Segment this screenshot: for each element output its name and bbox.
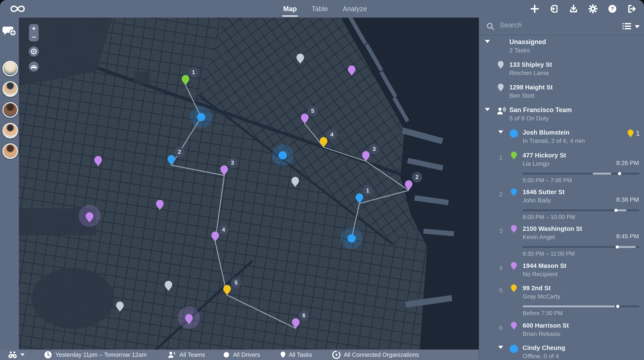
eta-progress-segment: [617, 246, 636, 248]
logout-icon[interactable]: [627, 4, 637, 14]
settings-gear-icon[interactable]: [588, 4, 598, 14]
collapse-caret-icon[interactable]: [485, 108, 490, 111]
tab-analyze[interactable]: Analyze: [343, 0, 367, 18]
task-number: 2: [496, 191, 506, 198]
driver-avatar[interactable]: [2, 143, 18, 159]
task-address: 477 Hickory St: [523, 151, 639, 159]
pending-task-badge: 1: [628, 129, 640, 137]
tab-map[interactable]: Map: [283, 0, 297, 18]
driver-status: Offline, 0 of 4: [523, 352, 639, 360]
tasks-filter[interactable]: All Tasks: [280, 349, 312, 360]
stop-number-badge: 5: [308, 106, 318, 116]
organizations-filter[interactable]: All Connected Organizations: [332, 349, 419, 360]
tab-table[interactable]: Table: [312, 0, 328, 18]
map-pin-gray[interactable]: [296, 54, 304, 64]
task-pin-green: [511, 152, 517, 160]
import-tasks-icon[interactable]: [549, 4, 559, 14]
map-canvas[interactable]: 12345654321 + −: [19, 18, 479, 360]
driver-avatar[interactable]: [2, 102, 18, 118]
zoom-in-button[interactable]: +: [32, 25, 36, 32]
app-window: Map Table Analyze ?: [0, 0, 644, 360]
task-number: 1: [496, 154, 506, 161]
eta-slider[interactable]: [523, 305, 639, 307]
map-pin-purple[interactable]: [362, 151, 370, 161]
stop-number-badge: 1: [362, 185, 373, 196]
driver-location-dot[interactable]: [278, 151, 287, 159]
driver-location-dot[interactable]: [197, 113, 205, 121]
map-pin-purple[interactable]: [211, 231, 219, 242]
stop-number-badge: 1: [188, 67, 199, 78]
task-pin-purple: [511, 225, 517, 233]
map-pin-blue[interactable]: [168, 155, 175, 165]
stop-number-badge: 3: [227, 158, 238, 168]
collapse-caret-icon[interactable]: [498, 130, 503, 134]
teams-filter-label: All Teams: [180, 351, 205, 358]
map-pin-yellow[interactable]: [320, 137, 328, 147]
driver-name: Cindy Cheung: [523, 344, 639, 352]
map-pin-gray[interactable]: [291, 177, 299, 187]
stop-number-badge: 4: [327, 130, 337, 140]
task-pin-gray: [498, 61, 504, 69]
map-pin-purple[interactable]: [348, 65, 356, 76]
teams-filter[interactable]: All Teams: [167, 349, 205, 360]
map-pin-purple[interactable]: [292, 318, 300, 328]
task-number: 6: [496, 324, 506, 331]
task-eta: 8:38 PM: [616, 196, 639, 203]
eta-slider[interactable]: [523, 246, 639, 248]
time-range-filter[interactable]: Yesterday 11pm – Tomorrow 12am: [44, 349, 147, 360]
locate-target-icon[interactable]: [29, 47, 39, 57]
eta-slider[interactable]: [523, 173, 639, 175]
map-pin-blue[interactable]: [356, 193, 363, 204]
eta-slider-thumb[interactable]: [614, 209, 618, 212]
task-list: Unassigned 2 Tasks 133 Shipley St Rinche…: [479, 18, 644, 360]
create-task-plus-icon[interactable]: [530, 4, 540, 14]
export-download-icon[interactable]: [568, 4, 578, 14]
map-pin-purple[interactable]: [94, 156, 102, 166]
drivers-filter[interactable]: All Drivers: [223, 349, 260, 360]
zoom-control: + −: [29, 24, 39, 41]
eta-slider-thumb[interactable]: [618, 172, 621, 175]
eta-slider-thumb[interactable]: [616, 245, 619, 249]
task-recipient: No Recipient: [523, 270, 639, 278]
map-pin-gray[interactable]: [164, 281, 172, 291]
task-pin-gray: [498, 84, 504, 92]
map-pin-purple[interactable]: [220, 165, 228, 176]
tasks-filter-label: All Tasks: [289, 351, 312, 358]
map-pin-green[interactable]: [182, 75, 190, 85]
new-message-icon[interactable]: [2, 25, 17, 38]
driver-avatar[interactable]: [2, 81, 18, 97]
eta-slider-thumb[interactable]: [616, 305, 619, 308]
task-recipient: Brian Rekasis: [523, 329, 639, 338]
task-pin-blue: [511, 188, 517, 196]
vehicles-car-icon[interactable]: [29, 62, 39, 72]
onfleet-infinity-logo[interactable]: [9, 3, 26, 15]
collapse-caret-icon[interactable]: [485, 40, 490, 43]
driver-dot-icon: [223, 351, 230, 358]
task-address: 1944 Mason St: [523, 262, 639, 270]
eta-slider[interactable]: [523, 209, 639, 211]
eta-progress-segment: [592, 173, 611, 175]
map-pin-gray[interactable]: [116, 301, 124, 312]
help-icon[interactable]: ?: [607, 4, 618, 14]
clock-icon: [44, 351, 52, 359]
team-icon: [496, 107, 506, 115]
map-pin-purple[interactable]: [185, 314, 193, 324]
task-number: 5: [496, 287, 506, 294]
driver-location-dot[interactable]: [348, 234, 356, 242]
top-bar-actions: ?: [530, 0, 637, 18]
map-pin-purple[interactable]: [86, 212, 94, 223]
driver-avatar[interactable]: [2, 123, 18, 138]
map-pin-yellow[interactable]: [223, 285, 231, 295]
task-recipient: Rinchen Lama: [509, 69, 552, 77]
map-pin-purple[interactable]: [405, 180, 412, 191]
task-window: Before 7:30 PM: [523, 310, 562, 316]
filter-bar: Yesterday 11pm – Tomorrow 12am All Teams…: [0, 349, 479, 360]
collapse-caret-icon[interactable]: [498, 346, 503, 349]
task-address: 600 Harrison St: [523, 321, 639, 329]
driver-avatar[interactable]: [2, 61, 18, 76]
map-pin-purple[interactable]: [301, 114, 309, 124]
zoom-out-button[interactable]: −: [32, 34, 36, 41]
lookup-binoculars-button[interactable]: [8, 349, 24, 360]
time-range-label: Yesterday 11pm – Tomorrow 12am: [55, 351, 147, 358]
map-pin-purple[interactable]: [156, 200, 164, 210]
